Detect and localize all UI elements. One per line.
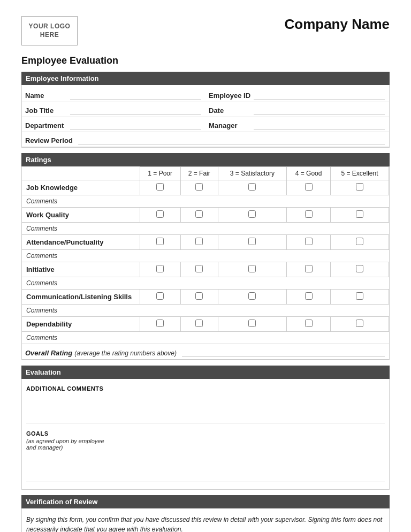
- attendance-checkbox-1[interactable]: [156, 238, 164, 245]
- dependability-checkbox-2[interactable]: [195, 320, 203, 327]
- dependability-label: Dependability: [22, 317, 140, 332]
- work-quality-1[interactable]: [140, 208, 180, 223]
- attendance-label: Attendance/Punctuality: [22, 235, 140, 250]
- attendance-checkbox-4[interactable]: [305, 238, 313, 245]
- attendance-3[interactable]: [218, 235, 286, 250]
- communication-checkbox-1[interactable]: [156, 292, 164, 300]
- communication-checkbox-4[interactable]: [305, 292, 313, 300]
- manager-value[interactable]: [254, 120, 385, 130]
- job-knowledge-checkbox-4[interactable]: [305, 183, 313, 191]
- initiative-2[interactable]: [180, 262, 218, 277]
- attendance-row: Attendance/Punctuality: [22, 235, 389, 250]
- initiative-4[interactable]: [287, 262, 331, 277]
- department-label: Department: [25, 121, 68, 130]
- attendance-1[interactable]: [140, 235, 180, 250]
- initiative-5[interactable]: [331, 262, 389, 277]
- job-knowledge-1[interactable]: [140, 180, 180, 195]
- work-quality-checkbox-3[interactable]: [248, 210, 256, 218]
- work-quality-checkbox-1[interactable]: [156, 210, 164, 218]
- work-quality-checkbox-5[interactable]: [356, 210, 363, 218]
- goals-input[interactable]: [26, 453, 385, 482]
- work-quality-3[interactable]: [218, 208, 286, 223]
- attendance-checkbox-5[interactable]: [356, 238, 363, 245]
- dependability-3[interactable]: [218, 317, 286, 332]
- review-period-label: Review Period: [25, 136, 76, 145]
- ratings-header-row: 1 = Poor 2 = Fair 3 = Satisfactory 4 = G…: [22, 167, 389, 180]
- department-value[interactable]: [70, 120, 201, 130]
- initiative-comments-row: Comments: [22, 277, 389, 290]
- dependability-checkbox-1[interactable]: [156, 320, 164, 327]
- initiative-3[interactable]: [218, 262, 286, 277]
- job-knowledge-comments-row: Comments: [22, 195, 389, 208]
- attendance-checkbox-2[interactable]: [195, 238, 203, 245]
- initiative-1[interactable]: [140, 262, 180, 277]
- job-knowledge-checkbox-3[interactable]: [248, 183, 256, 191]
- communication-comments-row: Comments: [22, 305, 389, 317]
- communication-checkbox-3[interactable]: [248, 292, 256, 300]
- initiative-label: Initiative: [22, 262, 140, 277]
- review-period-value[interactable]: [78, 135, 385, 145]
- dependability-2[interactable]: [180, 317, 218, 332]
- initiative-checkbox-3[interactable]: [248, 265, 256, 272]
- date-label: Date: [209, 107, 252, 115]
- initiative-checkbox-1[interactable]: [156, 265, 164, 272]
- additional-comments-input[interactable]: [26, 394, 385, 423]
- attendance-2[interactable]: [180, 235, 218, 250]
- communication-checkbox-2[interactable]: [195, 292, 203, 300]
- goals-sub: (as agreed upon by employeeand manager): [26, 438, 385, 451]
- employee-info-section-header: Employee Information: [21, 72, 390, 85]
- dependability-1[interactable]: [140, 317, 180, 332]
- work-quality-row: Work Quality: [22, 208, 389, 223]
- employee-id-value[interactable]: [254, 90, 385, 100]
- job-knowledge-checkbox-5[interactable]: [356, 183, 363, 191]
- work-quality-2[interactable]: [180, 208, 218, 223]
- date-value[interactable]: [254, 105, 385, 115]
- attendance-5[interactable]: [331, 235, 389, 250]
- attendance-checkbox-3[interactable]: [248, 238, 256, 245]
- job-knowledge-5[interactable]: [331, 180, 389, 195]
- logo-text: YOUR LOGO HERE: [29, 22, 71, 39]
- dependability-checkbox-3[interactable]: [248, 320, 256, 327]
- dependability-5[interactable]: [331, 317, 389, 332]
- goals-block: GOALS (as agreed upon by employeeand man…: [26, 430, 385, 484]
- rating-3-header: 3 = Satisfactory: [218, 167, 286, 180]
- dependability-checkbox-5[interactable]: [356, 320, 363, 327]
- attendance-comments-row: Comments: [22, 250, 389, 262]
- work-quality-5[interactable]: [331, 208, 389, 223]
- work-quality-4[interactable]: [287, 208, 331, 223]
- communication-4[interactable]: [287, 290, 331, 305]
- initiative-checkbox-5[interactable]: [356, 265, 363, 272]
- name-field-cell: Name: [22, 87, 206, 102]
- job-title-cell: Job Title: [22, 102, 206, 117]
- dependability-checkbox-4[interactable]: [305, 320, 313, 327]
- communication-checkbox-5[interactable]: [356, 292, 363, 300]
- work-quality-checkbox-4[interactable]: [305, 210, 313, 218]
- work-quality-comments: Comments: [22, 223, 389, 235]
- goals-label: GOALS: [26, 430, 385, 437]
- overall-rating-value[interactable]: [182, 347, 385, 357]
- job-knowledge-checkbox-2[interactable]: [195, 183, 203, 191]
- department-cell: Department: [22, 117, 206, 132]
- job-knowledge-2[interactable]: [180, 180, 218, 195]
- date-cell: Date: [206, 102, 389, 117]
- job-knowledge-checkbox-1[interactable]: [156, 183, 164, 191]
- header: YOUR LOGO HERE Company Name: [21, 16, 390, 45]
- name-value[interactable]: [70, 90, 201, 100]
- work-quality-checkbox-2[interactable]: [195, 210, 203, 218]
- communication-5[interactable]: [331, 290, 389, 305]
- ratings-table: 1 = Poor 2 = Fair 3 = Satisfactory 4 = G…: [22, 166, 389, 344]
- communication-2[interactable]: [180, 290, 218, 305]
- dependability-4[interactable]: [287, 317, 331, 332]
- job-title-value[interactable]: [70, 105, 201, 115]
- attendance-4[interactable]: [287, 235, 331, 250]
- form-title: Employee Evaluation: [21, 55, 390, 66]
- communication-1[interactable]: [140, 290, 180, 305]
- initiative-checkbox-4[interactable]: [305, 265, 313, 272]
- job-knowledge-3[interactable]: [218, 180, 286, 195]
- job-knowledge-4[interactable]: [287, 180, 331, 195]
- communication-3[interactable]: [218, 290, 286, 305]
- initiative-checkbox-2[interactable]: [195, 265, 203, 272]
- employee-id-cell: Employee ID: [206, 87, 389, 102]
- job-knowledge-label: Job Knowledge: [22, 180, 140, 195]
- dependability-comments-row: Comments: [22, 332, 389, 344]
